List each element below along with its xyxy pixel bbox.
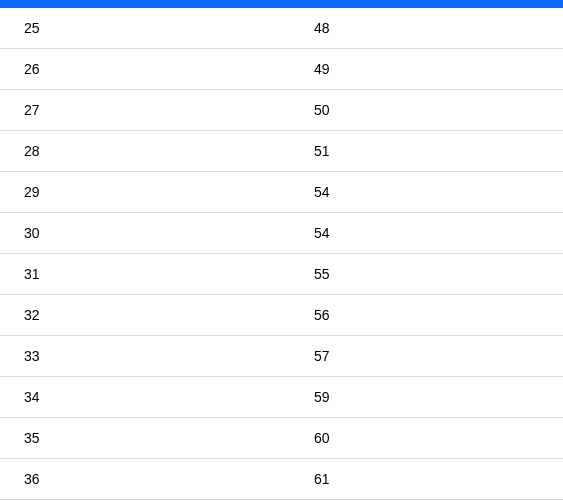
cell-right: 54: [290, 184, 563, 200]
cell-right: 51: [290, 143, 563, 159]
table-row: 33 57: [0, 336, 563, 377]
table-row: 35 60: [0, 418, 563, 459]
cell-left: 31: [0, 266, 290, 282]
table-row: 28 51: [0, 131, 563, 172]
cell-left: 25: [0, 20, 290, 36]
table-row: 26 49: [0, 49, 563, 90]
table-row: 31 55: [0, 254, 563, 295]
table-row: 29 54: [0, 172, 563, 213]
table-row: 30 54: [0, 213, 563, 254]
table-row: 34 59: [0, 377, 563, 418]
table-row: 36 61: [0, 459, 563, 500]
cell-right: 54: [290, 225, 563, 241]
cell-left: 36: [0, 471, 290, 487]
cell-left: 28: [0, 143, 290, 159]
cell-right: 60: [290, 430, 563, 446]
cell-left: 27: [0, 102, 290, 118]
table-row: 27 50: [0, 90, 563, 131]
cell-right: 48: [290, 20, 563, 36]
cell-left: 30: [0, 225, 290, 241]
cell-left: 26: [0, 61, 290, 77]
cell-left: 33: [0, 348, 290, 364]
cell-right: 55: [290, 266, 563, 282]
cell-right: 59: [290, 389, 563, 405]
table-row: 25 48: [0, 8, 563, 49]
data-table: 25 48 26 49 27 50 28 51 29 54 30 54 31 5…: [0, 8, 563, 500]
cell-left: 29: [0, 184, 290, 200]
cell-left: 35: [0, 430, 290, 446]
cell-left: 34: [0, 389, 290, 405]
cell-right: 50: [290, 102, 563, 118]
cell-right: 49: [290, 61, 563, 77]
cell-left: 32: [0, 307, 290, 323]
cell-right: 61: [290, 471, 563, 487]
header-bar: [0, 0, 563, 8]
cell-right: 56: [290, 307, 563, 323]
cell-right: 57: [290, 348, 563, 364]
table-row: 32 56: [0, 295, 563, 336]
